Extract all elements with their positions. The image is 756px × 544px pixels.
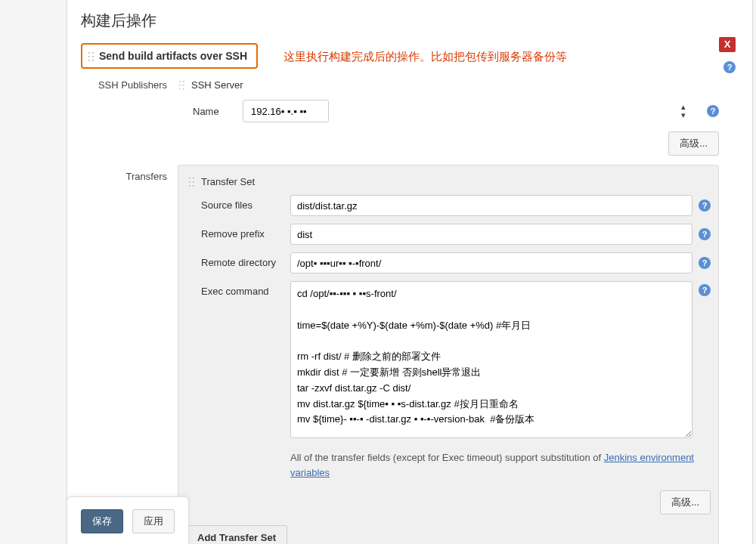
exec-command-textarea[interactable] (290, 281, 692, 438)
help-icon[interactable]: ? (699, 228, 711, 240)
drag-handle-icon[interactable] (178, 79, 184, 90)
help-icon[interactable]: ? (699, 284, 711, 296)
bottom-bar: 保存 应用 (67, 496, 189, 544)
remove-prefix-input[interactable] (290, 224, 692, 245)
remote-directory-input[interactable] (290, 252, 692, 274)
ssh-server-title: SSH Server (178, 78, 719, 100)
annotation-text: 这里执行构建完成后的操作。比如把包传到服务器备份等 (284, 50, 567, 63)
drag-handle-icon[interactable] (187, 176, 194, 187)
section-header-title: Send build artifacts over SSH (99, 50, 247, 62)
close-section-button[interactable]: X (719, 37, 736, 52)
help-icon[interactable]: ? (707, 105, 719, 117)
remove-prefix-label: Remove prefix (201, 224, 283, 240)
ssh-advanced-button[interactable]: 高级... (668, 131, 719, 156)
source-files-label: Source files (201, 195, 283, 211)
transfer-hint: All of the transfer fields (except for E… (186, 446, 711, 480)
remote-directory-label: Remote directory (201, 252, 283, 268)
help-icon[interactable]: ? (723, 61, 736, 73)
save-button[interactable]: 保存 (81, 509, 123, 533)
drag-handle-icon[interactable] (87, 51, 94, 61)
name-label: Name (193, 106, 229, 117)
ssh-publishers-label: SSH Publishers (81, 79, 167, 91)
transfer-set-title: Transfer Set (186, 173, 711, 195)
section-header[interactable]: Send build artifacts over SSH (81, 43, 258, 69)
transfer-advanced-button[interactable]: 高级... (660, 490, 711, 515)
chevron-updown-icon: ▴▾ (681, 103, 686, 119)
page-title: 构建后操作 (67, 0, 752, 43)
apply-button[interactable]: 应用 (132, 509, 175, 533)
exec-command-label: Exec command (201, 281, 283, 297)
add-transfer-set-button[interactable]: Add Transfer Set (186, 525, 287, 544)
source-files-input[interactable] (290, 195, 692, 216)
ssh-server-select[interactable]: 192.16▪ ▪.▪ ▪▪ (243, 100, 329, 122)
help-icon[interactable]: ? (699, 199, 711, 212)
help-icon[interactable]: ? (699, 257, 711, 269)
transfers-label: Transfers (126, 171, 167, 182)
